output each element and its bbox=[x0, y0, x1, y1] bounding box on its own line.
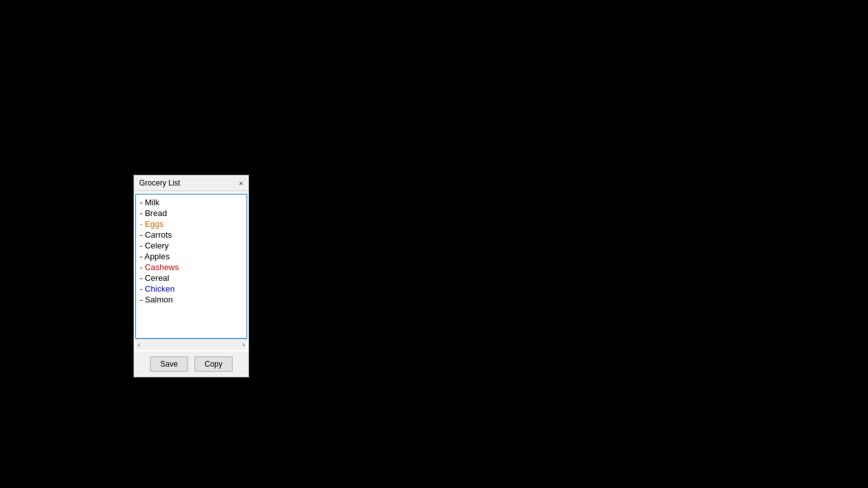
dialog-content: - Milk- Bread- Eggs- Carrots- Celery- Ap… bbox=[134, 191, 248, 351]
list-item: - Chicken bbox=[140, 283, 243, 294]
scroll-right-arrow[interactable]: › bbox=[241, 341, 246, 348]
list-item: - Bread bbox=[140, 208, 243, 219]
list-item: - Cereal bbox=[140, 273, 243, 283]
dialog-buttons: Save Copy bbox=[134, 351, 248, 377]
list-item: - Milk bbox=[140, 197, 243, 208]
list-item: - Cashews bbox=[140, 262, 243, 273]
save-button[interactable]: Save bbox=[150, 356, 188, 372]
list-item: - Carrots bbox=[140, 229, 243, 240]
close-button[interactable]: × bbox=[237, 179, 245, 187]
list-item: - Salmon bbox=[140, 294, 243, 305]
list-item: - Celery bbox=[140, 240, 243, 251]
list-item: - Eggs bbox=[140, 219, 243, 229]
horizontal-scrollbar[interactable]: ‹ › bbox=[135, 339, 247, 350]
scroll-left-arrow[interactable]: ‹ bbox=[137, 341, 141, 348]
grocery-list-dialog: Grocery List × - Milk- Bread- Eggs- Carr… bbox=[133, 175, 249, 377]
dialog-titlebar: Grocery List × bbox=[134, 175, 248, 191]
grocery-list-area[interactable]: - Milk- Bread- Eggs- Carrots- Celery- Ap… bbox=[135, 194, 247, 339]
dialog-title: Grocery List bbox=[139, 179, 180, 187]
list-item: - Apples bbox=[140, 251, 243, 262]
copy-button[interactable]: Copy bbox=[194, 356, 233, 372]
